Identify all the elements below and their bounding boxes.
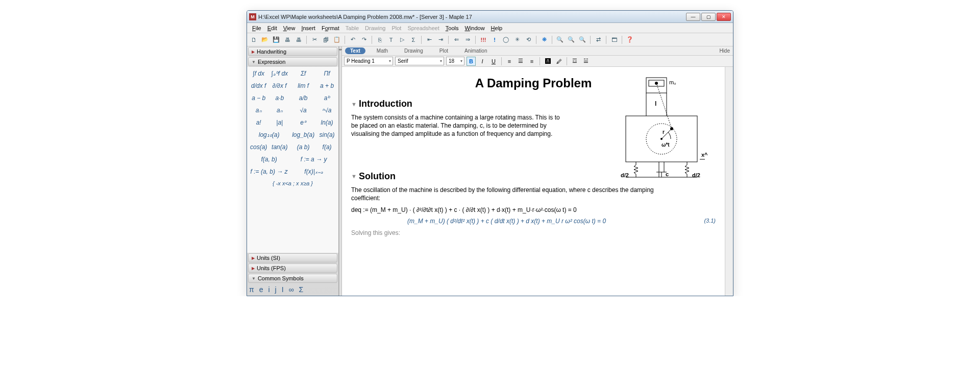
- expr-sum[interactable]: Σf: [291, 69, 315, 78]
- execute-one-icon[interactable]: !: [490, 35, 499, 44]
- menu-table[interactable]: Table: [342, 24, 362, 32]
- align-left-icon[interactable]: ≡: [505, 57, 514, 66]
- italic-button[interactable]: I: [478, 57, 487, 66]
- expr-pow[interactable]: aᵇ: [317, 93, 336, 103]
- expr-integral[interactable]: ∫f dx: [249, 69, 268, 78]
- clear-icon[interactable]: ⟲: [524, 35, 533, 44]
- expr-partial[interactable]: ∂/∂x f: [270, 81, 289, 90]
- palette-common-symbols[interactable]: ▼ Common Symbols: [248, 274, 337, 283]
- insert-text-icon[interactable]: T: [386, 35, 396, 44]
- palette-handwriting[interactable]: ▶ Handwriting: [248, 47, 337, 56]
- save-icon[interactable]: 💾: [272, 35, 281, 44]
- menu-file[interactable]: File: [249, 24, 264, 32]
- paste-icon[interactable]: 📋: [332, 35, 341, 44]
- expr-sin[interactable]: sin(a): [317, 130, 336, 139]
- expr-tan[interactable]: tan(a): [270, 142, 289, 152]
- align-right-icon[interactable]: ≡: [527, 57, 536, 66]
- expr-fab[interactable]: f(a, b): [249, 155, 289, 164]
- menu-format[interactable]: Format: [318, 24, 342, 32]
- cut-icon[interactable]: ✂: [310, 35, 319, 44]
- expr-nroot[interactable]: ⁿ√a: [317, 106, 336, 115]
- expr-sqrt[interactable]: √a: [291, 106, 315, 115]
- execute-icon[interactable]: !!!: [479, 35, 488, 44]
- expr-add[interactable]: a + b: [317, 81, 336, 90]
- forward-icon[interactable]: ⇒: [463, 35, 472, 44]
- menu-drawing[interactable]: Drawing: [362, 24, 388, 32]
- expr-logb[interactable]: log_b(a): [291, 130, 315, 139]
- align-center-icon[interactable]: ☰: [516, 57, 525, 66]
- font-color-icon[interactable]: 🅰: [543, 57, 552, 66]
- menu-plot[interactable]: Plot: [388, 24, 404, 32]
- sym-inf[interactable]: ∞: [289, 285, 294, 294]
- expr-frac[interactable]: a/b: [291, 93, 315, 103]
- expr-eval[interactable]: f(x)|ₓ₌ₐ: [291, 167, 336, 176]
- indent-left-icon[interactable]: ⇤: [425, 35, 434, 44]
- menu-insert[interactable]: Insert: [298, 24, 318, 32]
- tab-icon[interactable]: ⇄: [594, 35, 603, 44]
- bold-button[interactable]: B: [467, 57, 476, 66]
- palette-units-si[interactable]: ▶ Units (SI): [248, 253, 337, 262]
- print-preview-icon[interactable]: 🖶: [294, 35, 303, 44]
- expr-piecewise[interactable]: { -x x<a ; x x≥a }: [249, 179, 336, 187]
- new-doc-icon[interactable]: 🗋: [249, 35, 258, 44]
- print-icon[interactable]: 🖶: [283, 35, 292, 44]
- sym-i[interactable]: i: [268, 285, 270, 294]
- zoom-default-icon[interactable]: 🔍: [555, 35, 565, 44]
- sym-sigma[interactable]: Σ: [299, 285, 304, 294]
- insert-group-icon[interactable]: ⎘: [375, 35, 384, 44]
- expr-def-integral[interactable]: ∫ₐᵇf dx: [270, 69, 289, 78]
- minimize-button[interactable]: —: [686, 13, 700, 21]
- sym-cap-i[interactable]: I: [282, 285, 284, 294]
- open-icon[interactable]: 📂: [260, 35, 270, 44]
- debug-icon[interactable]: ✳: [512, 35, 522, 44]
- bullet-list-icon[interactable]: ☲: [570, 57, 579, 66]
- close-button[interactable]: ✕: [717, 13, 731, 21]
- expr-ln[interactable]: ln(a): [317, 118, 336, 127]
- tab-drawing[interactable]: Drawing: [399, 47, 428, 54]
- expr-deriv[interactable]: d/dx f: [249, 81, 268, 90]
- zoom-out-icon[interactable]: 🔍: [578, 35, 587, 44]
- number-list-icon[interactable]: ☱: [581, 57, 591, 66]
- document-canvas[interactable]: A Damping Problem mᵤ l: [342, 67, 725, 296]
- maximize-button[interactable]: ▢: [701, 13, 716, 21]
- font-combo[interactable]: Serif: [395, 57, 444, 65]
- vertical-scrollbar[interactable]: [725, 67, 733, 296]
- redo-icon[interactable]: ↷: [359, 35, 369, 44]
- expr-subscript2[interactable]: aₙ: [270, 106, 289, 115]
- tab-text[interactable]: Text: [345, 47, 365, 54]
- expr-cos[interactable]: cos(a): [249, 142, 268, 152]
- titlebar[interactable]: M H:\Excel WP\Maple worksheets\A Damping…: [247, 11, 733, 23]
- expr-log10[interactable]: log₁₀(a): [249, 130, 289, 139]
- expr-subscript[interactable]: aₙ: [249, 106, 268, 115]
- menu-window[interactable]: Window: [461, 24, 487, 32]
- insert-section-icon[interactable]: Σ: [409, 35, 418, 44]
- highlight-icon[interactable]: 🖉: [554, 57, 564, 66]
- tab-plot[interactable]: Plot: [434, 47, 453, 54]
- undo-icon[interactable]: ↶: [348, 35, 357, 44]
- menu-view[interactable]: View: [280, 24, 299, 32]
- palette-expression[interactable]: ▼ Expression: [248, 57, 337, 66]
- menu-edit[interactable]: Edit: [264, 24, 280, 32]
- tab-math[interactable]: Math: [372, 47, 393, 54]
- back-icon[interactable]: ⇐: [452, 35, 461, 44]
- indent-right-icon[interactable]: ⇥: [436, 35, 445, 44]
- help-icon[interactable]: ❓: [625, 35, 634, 44]
- menu-help[interactable]: Help: [488, 24, 506, 32]
- cloud-icon[interactable]: ❋: [540, 35, 549, 44]
- expr-limit[interactable]: lim f: [291, 81, 315, 90]
- expr-mul[interactable]: a·b: [270, 93, 289, 103]
- hide-button[interactable]: Hide: [719, 48, 730, 54]
- expr-abs[interactable]: |a|: [270, 118, 289, 127]
- insert-prompt-icon[interactable]: ▷: [398, 35, 407, 44]
- paragraph-style-combo[interactable]: P Heading 1: [344, 57, 393, 65]
- expr-sub[interactable]: a − b: [249, 93, 268, 103]
- expr-assign2[interactable]: f := (a, b) → z: [249, 167, 289, 176]
- sym-j[interactable]: j: [275, 285, 277, 294]
- sym-pi[interactable]: π: [249, 285, 254, 294]
- resource-icon[interactable]: 🗔: [609, 35, 619, 44]
- expr-factorial[interactable]: a!: [249, 118, 268, 127]
- expr-binom[interactable]: (a b): [291, 142, 315, 152]
- copy-icon[interactable]: 🗐: [321, 35, 330, 44]
- underline-button[interactable]: U: [489, 57, 498, 66]
- expr-fa[interactable]: f(a): [317, 142, 336, 152]
